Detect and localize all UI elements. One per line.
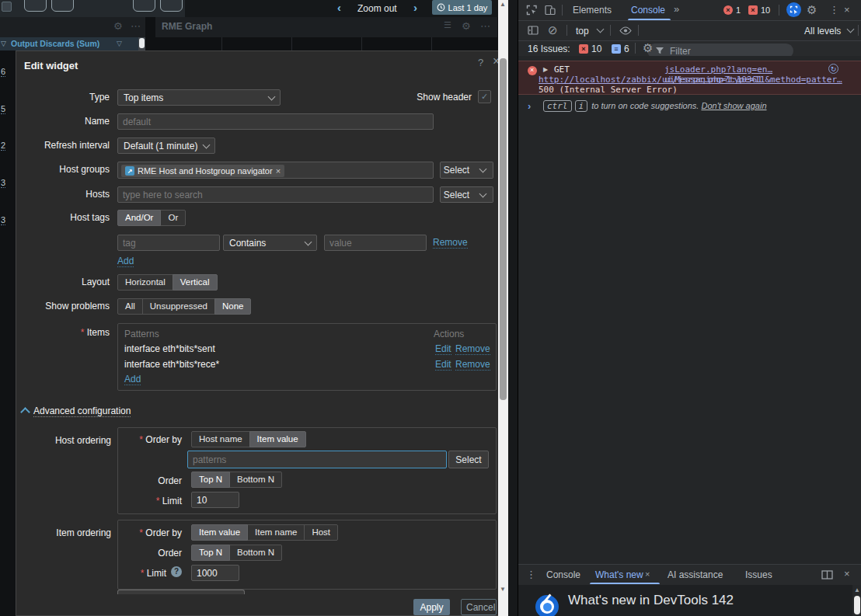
tag-add-link[interactable]: Add: [117, 256, 134, 267]
filter-tab-button[interactable]: [160, 0, 183, 12]
whats-new-tab-close-icon[interactable]: ×: [645, 569, 650, 579]
layout-vertical-option[interactable]: Vertical: [173, 274, 218, 291]
host-tags-or-option[interactable]: Or: [160, 210, 186, 226]
show-header-checkbox[interactable]: ✓: [478, 90, 491, 103]
error-url-link[interactable]: http://localhost/zabbix/ui/jsrpc.php?typ…: [539, 75, 842, 85]
console-error-entry[interactable]: ▶ GET jsLoader.php?lang=en…uiMessaging=1…: [518, 61, 861, 95]
output-discards-column-link[interactable]: Output Discards (Sum): [11, 39, 99, 48]
tag-operator-select[interactable]: Contains: [223, 235, 317, 251]
more-tabs-icon[interactable]: »: [674, 3, 679, 15]
inspect-icon[interactable]: [526, 5, 537, 16]
order-bottom-n-option[interactable]: Bottom N: [229, 472, 282, 488]
tab-console[interactable]: Console: [631, 5, 665, 16]
item-remove-link[interactable]: Remove: [455, 343, 490, 355]
host-limit-input[interactable]: [191, 492, 239, 508]
host-group-chip[interactable]: ↗ RME Host and Hostgroup navigator ×: [121, 165, 284, 177]
error-count-icon[interactable]: ×: [723, 5, 733, 15]
issues-text[interactable]: 16 Issues:: [528, 44, 570, 54]
item-edit-link[interactable]: Edit: [435, 343, 451, 355]
table-cell-value[interactable]: 6: [1, 67, 5, 77]
host-groups-select-dropdown[interactable]: [472, 162, 493, 179]
live-expression-eye-icon[interactable]: [619, 26, 632, 35]
advanced-configuration-toggle[interactable]: Advanced configuration: [33, 405, 131, 417]
drawer-menu-icon[interactable]: ⋮: [526, 569, 536, 580]
hosts-select-dropdown[interactable]: [472, 186, 493, 203]
order-by-host-name-option[interactable]: Host name: [191, 431, 250, 447]
funnel-icon[interactable]: ▽: [1, 40, 6, 47]
ai-assistance-icon[interactable]: [786, 2, 801, 17]
item-remove-link[interactable]: Remove: [455, 359, 490, 371]
hosts-select-button[interactable]: Select: [440, 186, 473, 203]
funnel-icon[interactable]: ▽: [117, 40, 122, 47]
collapse-chevron-icon[interactable]: [20, 407, 30, 417]
filter-tab-button[interactable]: [51, 0, 74, 12]
table-cell-value[interactable]: 3: [1, 215, 5, 225]
tab-elements[interactable]: Elements: [573, 5, 612, 16]
host-groups-select-button[interactable]: Select: [440, 162, 473, 179]
host-groups-multiselect[interactable]: ↗ RME Host and Hostgroup navigator ×: [117, 162, 434, 179]
zoom-out-button[interactable]: Zoom out: [357, 3, 397, 14]
whats-new-scrollbar[interactable]: ▲: [852, 585, 861, 616]
item-edit-link[interactable]: Edit: [435, 359, 451, 371]
scroll-up-icon[interactable]: ▲: [500, 1, 506, 8]
clear-console-icon[interactable]: ⊘: [548, 23, 558, 37]
graph-gear-icon[interactable]: ⚙: [462, 20, 471, 32]
external-link-icon[interactable]: ↗: [125, 166, 134, 176]
widget-menu-icon[interactable]: ⋯: [131, 20, 141, 32]
help-icon[interactable]: ?: [478, 57, 483, 68]
show-problems-all-option[interactable]: All: [117, 298, 143, 315]
scroll-up-icon[interactable]: ▲: [854, 586, 860, 593]
drawer-tab-console[interactable]: Console: [546, 569, 580, 580]
split-panel-icon[interactable]: [821, 570, 833, 579]
drawer-tab-ai-assistance[interactable]: AI assistance: [668, 569, 723, 580]
order-by-item-value-option[interactable]: Item value: [191, 524, 248, 541]
tag-remove-link[interactable]: Remove: [433, 237, 468, 249]
devtools-close-icon[interactable]: ×: [844, 4, 850, 16]
order-bottom-n-option[interactable]: Bottom N: [229, 545, 282, 561]
time-range-button[interactable]: Last 1 day: [432, 0, 492, 15]
widget-gear-icon[interactable]: ⚙: [113, 20, 123, 32]
table-cell-value[interactable]: 5: [1, 104, 5, 114]
device-toolbar-icon[interactable]: [545, 5, 556, 16]
chip-remove-icon[interactable]: ×: [276, 166, 281, 176]
limit-help-icon[interactable]: ?: [171, 566, 182, 577]
log-levels-select[interactable]: All levels: [804, 26, 841, 37]
order-top-n-option[interactable]: Top N: [191, 545, 230, 561]
item-limit-input[interactable]: [191, 565, 239, 581]
devtools-menu-icon[interactable]: ⋮: [829, 4, 839, 16]
initiator-chain-icon[interactable]: ↻: [828, 64, 838, 74]
order-top-n-option[interactable]: Top N: [191, 472, 230, 488]
table-cell-value[interactable]: 2: [1, 141, 5, 151]
scrollbar-thumb[interactable]: [500, 58, 507, 400]
apply-button[interactable]: Apply: [413, 599, 450, 615]
tag-name-input[interactable]: [117, 235, 220, 251]
tag-value-input[interactable]: [324, 235, 427, 251]
name-input[interactable]: [117, 113, 434, 130]
table-cell-value[interactable]: 3: [1, 178, 5, 188]
time-next-icon[interactable]: ›: [413, 1, 417, 14]
item-add-link[interactable]: Add: [124, 374, 141, 385]
console-sidebar-icon[interactable]: [528, 26, 539, 35]
hosts-input[interactable]: [117, 186, 434, 203]
settings-gear-icon[interactable]: ⚙: [807, 3, 817, 17]
graph-menu-icon[interactable]: ⋯: [480, 20, 490, 32]
dont-show-again-link[interactable]: Don't show again: [701, 101, 766, 110]
type-select[interactable]: Top items: [117, 89, 281, 106]
drawer-tab-whats-new[interactable]: What's new: [595, 569, 643, 580]
host-patterns-select-button[interactable]: Select: [448, 451, 489, 468]
show-problems-unsuppressed-option[interactable]: Unsuppressed: [142, 298, 215, 315]
drawer-close-icon[interactable]: ×: [844, 568, 850, 579]
graph-filter-icon[interactable]: ☰: [444, 20, 451, 30]
order-by-host-option[interactable]: Host: [304, 524, 338, 541]
issues-count-icon[interactable]: ×: [748, 5, 758, 15]
show-problems-none-option[interactable]: None: [214, 298, 252, 315]
filter-tab-button[interactable]: [133, 0, 155, 12]
expand-icon[interactable]: ▶: [543, 66, 548, 73]
layout-horizontal-option[interactable]: Horizontal: [117, 274, 173, 291]
time-prev-icon[interactable]: ‹: [337, 1, 341, 14]
context-selector[interactable]: top: [576, 26, 589, 37]
drawer-tab-issues[interactable]: Issues: [745, 569, 772, 580]
widget-scrollbar[interactable]: [138, 37, 145, 50]
scrollbar-thumb[interactable]: [854, 596, 860, 614]
filter-tab-button[interactable]: [24, 0, 47, 12]
